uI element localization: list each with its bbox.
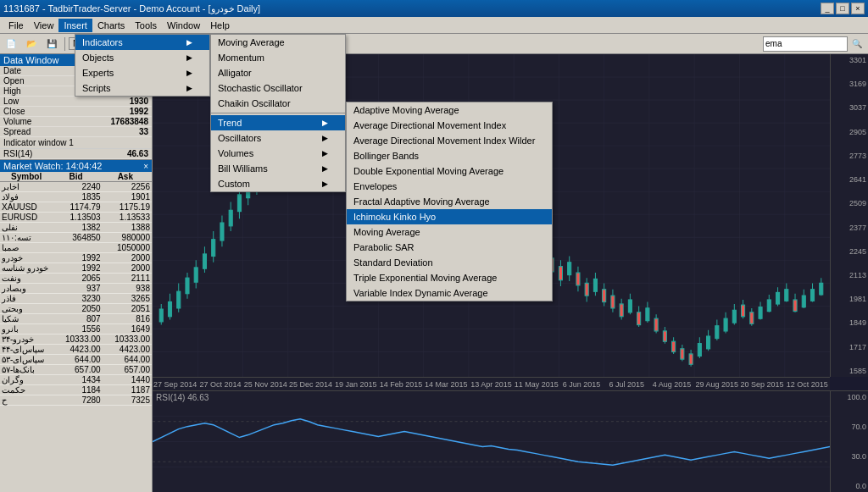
trend-bollinger-bands[interactable]: Bollinger Bands xyxy=(347,148,552,163)
indicators-custom[interactable]: Custom ▶ xyxy=(211,176,345,191)
market-bid: 2050 xyxy=(51,304,100,313)
experts-arrow: ▶ xyxy=(186,69,192,77)
price-tick-2: 3037 xyxy=(832,103,866,112)
insert-menu-indicators[interactable]: Indicators ▶ xyxy=(75,35,209,50)
menu-help[interactable]: Help xyxy=(205,19,235,32)
save-button[interactable]: 💾 xyxy=(42,36,61,53)
trend-ichimoku[interactable]: Ichimoku Kinko Hyo xyxy=(347,209,552,224)
market-bid: 807 xyxy=(51,314,100,323)
svg-rect-168 xyxy=(767,300,771,312)
insert-menu-experts[interactable]: Experts ▶ xyxy=(75,65,209,80)
indicators-volumes[interactable]: Volumes ▶ xyxy=(211,146,345,161)
market-row[interactable]: فاذر 3230 3265 xyxy=(0,294,152,304)
data-label-close: Close xyxy=(3,107,25,116)
close-button[interactable]: × xyxy=(851,3,865,14)
insert-menu-objects[interactable]: Objects ▶ xyxy=(75,50,209,65)
menu-insert[interactable]: Insert xyxy=(58,19,92,32)
trend-vidya[interactable]: Variable Index Dynamic Average xyxy=(347,285,552,301)
price-tick-11: 1849 xyxy=(832,318,866,327)
indicators-chaikin[interactable]: Chaikin Oscillator xyxy=(211,96,345,111)
market-row[interactable]: بانرو 1556 1649 xyxy=(0,324,152,334)
market-row[interactable]: خودرو شناسه 1992 2000 xyxy=(0,263,152,274)
market-row[interactable]: تسه:۱۱۰ 364850 980000 xyxy=(0,233,152,243)
market-row[interactable]: سپاس‌ای-۵۳ 644.00 644.00 xyxy=(0,355,152,365)
svg-rect-122 xyxy=(568,263,571,275)
market-row[interactable]: شکیا 807 816 xyxy=(0,314,152,324)
market-row[interactable]: وبحتی 2050 2051 xyxy=(0,304,152,314)
indicators-stochastic[interactable]: Stochastic Oscillator xyxy=(211,80,345,96)
svg-rect-154 xyxy=(707,336,710,349)
date-tick-10: 6 Jul 2015 xyxy=(604,380,649,389)
date-tick-14: 12 Oct 2015 xyxy=(785,380,830,389)
indicators-alligator[interactable]: Alligator xyxy=(211,65,345,80)
date-axis: 27 Sep 2014 27 Oct 2014 25 Nov 2014 25 D… xyxy=(153,377,830,390)
date-tick-4: 19 Jan 2015 xyxy=(333,380,378,389)
trend-adaptive-ma[interactable]: Adaptive Moving Average xyxy=(347,102,552,118)
data-window-title: Data Window xyxy=(3,55,58,65)
svg-rect-124 xyxy=(576,273,580,285)
market-row[interactable]: صمبا 1050000 xyxy=(0,243,152,253)
trend-std-deviation[interactable]: Standard Deviation xyxy=(347,255,552,270)
price-tick-1: 3169 xyxy=(832,80,866,88)
svg-rect-158 xyxy=(724,318,727,331)
menu-tools[interactable]: Tools xyxy=(130,19,162,32)
rsi-tick-100: 100.0 xyxy=(832,393,866,401)
menu-window[interactable]: Window xyxy=(162,19,205,32)
indicators-trend[interactable]: Trend ▶ xyxy=(211,115,345,130)
trend-parabolic-sar[interactable]: Parabolic SAR xyxy=(347,240,552,255)
market-symbol: وبحتی xyxy=(2,304,51,313)
market-symbol: بانک‌ها-۵۷ xyxy=(2,365,51,374)
data-label-volume: Volume xyxy=(3,117,31,126)
market-bid: 1174.79 xyxy=(51,202,100,212)
market-symbol: بانرو xyxy=(2,324,51,334)
search-input[interactable] xyxy=(763,36,848,52)
minimize-button[interactable]: _ xyxy=(821,3,834,14)
market-row[interactable]: فولاد 1835 1901 xyxy=(0,192,152,202)
svg-rect-130 xyxy=(603,290,606,302)
market-symbol: خودرو شناسه xyxy=(2,263,51,273)
insert-menu-scripts[interactable]: Scripts ▶ xyxy=(75,80,209,96)
market-row[interactable]: سپاس‌ای-۴۴ 4423.00 4423.00 xyxy=(0,345,152,355)
menu-file[interactable]: File xyxy=(3,19,29,32)
menu-view[interactable]: View xyxy=(29,19,59,32)
market-watch-close[interactable]: × xyxy=(143,162,148,171)
bill-williams-arrow: ▶ xyxy=(322,164,328,173)
market-row[interactable]: بانک‌ها-۵۷ 657.00 657.00 xyxy=(0,365,152,375)
trend-envelopes[interactable]: Envelopes xyxy=(347,179,552,194)
search-button[interactable]: 🔍 xyxy=(848,36,866,53)
market-bid: 1382 xyxy=(51,223,100,232)
market-row[interactable]: ونفت 2065 2111 xyxy=(0,274,152,284)
market-row[interactable]: خودرو 1992 2000 xyxy=(0,253,152,263)
open-button[interactable]: 📂 xyxy=(22,36,41,53)
trend-fractal-ama[interactable]: Fractal Adaptive Moving Average xyxy=(347,194,552,209)
indicators-moving-average[interactable]: Moving Average xyxy=(211,35,345,50)
market-row[interactable]: حکمت 1184 1187 xyxy=(0,385,152,395)
trend-admi[interactable]: Average Directional Movement Index xyxy=(347,118,552,133)
date-tick-9: 6 Jun 2015 xyxy=(559,380,604,389)
date-tick-3: 25 Dec 2014 xyxy=(288,380,333,389)
market-row[interactable]: EURUSD 1.13503 1.13533 xyxy=(0,213,152,223)
trend-double-ema[interactable]: Double Exponential Moving Average xyxy=(347,163,552,179)
market-row[interactable]: اخابر 2240 2256 xyxy=(0,182,152,192)
market-row[interactable]: نفلی 1382 1388 xyxy=(0,223,152,233)
indicators-momentum[interactable]: Momentum xyxy=(211,50,345,65)
market-bid: 2240 xyxy=(51,182,100,191)
trend-triple-ema[interactable]: Triple Exponential Moving Average xyxy=(347,270,552,285)
market-row[interactable]: خودرو-۳۴ 10333.00 10333.00 xyxy=(0,334,152,345)
objects-arrow: ▶ xyxy=(186,53,192,62)
trend-admi-wilder[interactable]: Average Directional Movement Index Wilde… xyxy=(347,133,552,148)
market-row[interactable]: ح 7280 7325 xyxy=(0,395,152,406)
market-row[interactable]: XAUUSD 1174.79 1175.19 xyxy=(0,202,152,213)
data-row-volume: Volume 17683848 xyxy=(0,117,152,127)
market-row[interactable]: وگران 1434 1440 xyxy=(0,375,152,385)
indicators-bill-williams[interactable]: Bill Williams ▶ xyxy=(211,161,345,176)
trend-moving-average[interactable]: Moving Average xyxy=(347,224,552,240)
new-button[interactable]: 📄 xyxy=(2,36,20,53)
market-row[interactable]: وبصادر 937 938 xyxy=(0,284,152,294)
menu-charts[interactable]: Charts xyxy=(92,19,130,32)
indicators-oscillators[interactable]: Oscillators ▶ xyxy=(211,130,345,146)
chart-area[interactable]: 3301 3169 3037 2905 2773 2641 2509 2377 … xyxy=(153,54,868,492)
price-tick-12: 1717 xyxy=(832,343,866,351)
svg-rect-34 xyxy=(186,278,189,293)
maximize-button[interactable]: □ xyxy=(836,3,849,14)
